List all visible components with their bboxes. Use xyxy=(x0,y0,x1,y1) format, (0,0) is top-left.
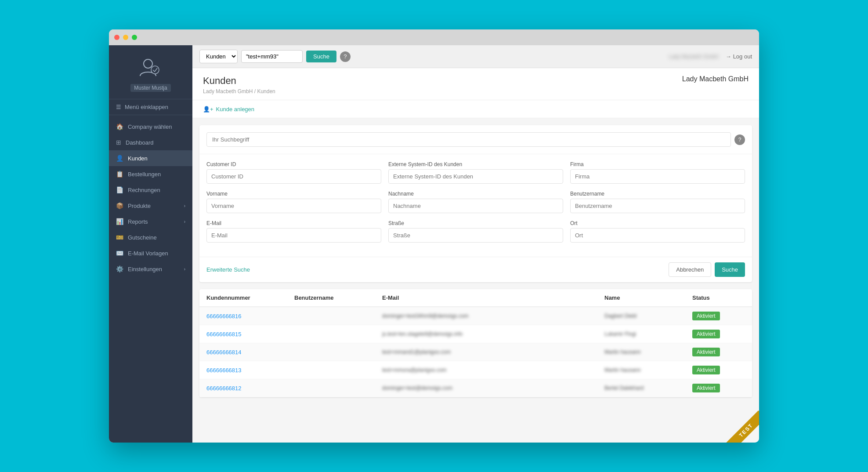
strasse-input[interactable] xyxy=(388,228,563,243)
sidebar-user-name: Muster Mustja xyxy=(130,84,170,92)
sidebar-nav: 🏠 Company wählen ⊞ Dashboard 👤 Kunden 📋 … xyxy=(109,115,192,443)
logout-label: Log out xyxy=(733,53,752,60)
logout-button[interactable]: → Log out xyxy=(726,53,752,60)
sidebar-collapse-item[interactable]: ☰ Menü einklappen xyxy=(109,99,192,115)
company-name: Lady Macbeth GmbH xyxy=(682,75,749,83)
strasse-label: Straße xyxy=(388,220,563,226)
firma-field-group: Firma xyxy=(570,161,745,184)
search-row-3: E-Mail Straße Ort xyxy=(206,220,745,243)
vouchers-icon: 🎫 xyxy=(116,234,123,241)
customer-number-link[interactable]: 66666666815 xyxy=(206,331,242,338)
sidebar-item-einstellungen[interactable]: ⚙️ Einstellungen › xyxy=(109,261,192,277)
nachname-input[interactable] xyxy=(388,199,563,213)
customer-number-link[interactable]: 66666666816 xyxy=(206,313,242,320)
customer-number-link[interactable]: 66666666812 xyxy=(206,385,242,392)
col-header-benutzername: Benutzername xyxy=(294,294,382,301)
name-cell: Dagbert Diebl xyxy=(604,313,692,319)
close-button[interactable] xyxy=(114,35,119,40)
col-header-status: Status xyxy=(692,294,745,301)
chevron-right-icon: › xyxy=(184,219,185,224)
sidebar-item-label: Dashboard xyxy=(126,139,154,146)
email-label: E-Mail xyxy=(206,220,381,226)
search-category-select[interactable]: Kunden xyxy=(199,50,238,63)
main-content: Kunden Suche ? Lady Macbeth GmbH → Log o… xyxy=(192,45,759,443)
status-badge: Aktiviert xyxy=(692,330,720,338)
name-cell: Martin hausann xyxy=(604,349,692,355)
status-badge: Aktiviert xyxy=(692,348,720,356)
email-cell: test+mmand1@planigso.com xyxy=(382,349,604,355)
email-cell: dominger+test34hm9@demoigs.com xyxy=(382,313,604,319)
sidebar-item-label: Gutscheine xyxy=(128,234,157,241)
search-help-icon[interactable]: ? xyxy=(734,134,745,145)
firma-input[interactable] xyxy=(570,169,745,184)
customer-number-link[interactable]: 66666666814 xyxy=(206,349,242,356)
breadcrumb: Lady Macbeth GmbH / Kunden xyxy=(203,88,275,94)
nachname-field-group: Nachname xyxy=(388,191,563,213)
sidebar-item-gutscheine[interactable]: 🎫 Gutscheine xyxy=(109,229,192,245)
name-cell: Martin hausann xyxy=(604,367,692,373)
email-input[interactable] xyxy=(206,228,381,243)
page-title: Kunden xyxy=(203,75,275,87)
table-row: 66666666814 test+mmand1@planigso.com Mar… xyxy=(199,343,752,361)
sidebar-item-email-vorlagen[interactable]: ✉️ E-Mail Vorlagen xyxy=(109,245,192,261)
status-badge: Aktiviert xyxy=(692,384,720,392)
sidebar-item-reports[interactable]: 📊 Reports › xyxy=(109,214,192,229)
externe-id-input[interactable] xyxy=(388,169,563,184)
cancel-button[interactable]: Abbrechen xyxy=(669,262,711,277)
sidebar-item-kunden[interactable]: 👤 Kunden xyxy=(109,150,192,166)
sidebar-user: Muster Mustja xyxy=(109,45,192,99)
sidebar-item-label: Rechnungen xyxy=(128,187,160,193)
topbar-help-icon[interactable]: ? xyxy=(340,51,351,62)
page-content: Kunden Lady Macbeth GmbH / Kunden Lady M… xyxy=(192,68,759,443)
svg-point-0 xyxy=(144,59,152,68)
invoices-icon: 📄 xyxy=(116,186,123,193)
dashboard-icon: ⊞ xyxy=(116,139,121,146)
search-row-1: Customer ID Externe System-ID des Kunden… xyxy=(206,161,745,184)
sidebar-item-produkte[interactable]: 📦 Produkte › xyxy=(109,198,192,214)
table-row: 66666666815 js.test+len.stagele9@demoigs… xyxy=(199,325,752,343)
topbar-search-button[interactable]: Suche xyxy=(306,51,336,62)
sidebar-item-label: Company wählen xyxy=(128,123,172,130)
externe-id-label: Externe System-ID des Kunden xyxy=(388,161,563,167)
sidebar-item-dashboard[interactable]: ⊞ Dashboard xyxy=(109,134,192,150)
strasse-field-group: Straße xyxy=(388,220,563,243)
topbar-company-name: Lady Macbeth GmbH xyxy=(669,54,718,60)
search-button[interactable]: Suche xyxy=(715,262,745,277)
sidebar-item-rechnungen[interactable]: 📄 Rechnungen xyxy=(109,182,192,198)
status-badge: Aktiviert xyxy=(692,312,720,320)
search-main-input[interactable] xyxy=(206,132,731,147)
create-customer-button[interactable]: 👤+ Kunde anlegen xyxy=(203,106,254,113)
search-fields: Customer ID Externe System-ID des Kunden… xyxy=(199,154,752,257)
person-icon: 👤 xyxy=(116,155,123,162)
chevron-right-icon: › xyxy=(184,203,185,208)
sidebar-item-company[interactable]: 🏠 Company wählen xyxy=(109,119,192,134)
table-row: 66666666813 test+mmora@planigso.com Mart… xyxy=(199,361,752,379)
minimize-button[interactable] xyxy=(123,35,128,40)
logout-icon: → xyxy=(726,53,731,60)
ort-input[interactable] xyxy=(570,228,745,243)
customer-id-input[interactable] xyxy=(206,169,381,184)
vorname-input[interactable] xyxy=(206,199,381,213)
status-badge: Aktiviert xyxy=(692,366,720,374)
customer-number-link[interactable]: 66666666813 xyxy=(206,367,242,374)
customer-id-field-group: Customer ID xyxy=(206,161,381,184)
search-main-row: ? xyxy=(199,125,752,154)
erweiterte-suche-link[interactable]: Erweiterte Suche xyxy=(206,266,250,273)
maximize-button[interactable] xyxy=(132,35,137,40)
settings-icon: ⚙️ xyxy=(116,265,123,272)
topbar-search-input[interactable] xyxy=(241,50,303,63)
table-row: 66666666816 dominger+test34hm9@demoigs.c… xyxy=(199,307,752,325)
chevron-right-icon: › xyxy=(184,267,185,272)
page-header: Kunden Lady Macbeth GmbH / Kunden Lady M… xyxy=(192,68,759,100)
customer-id-label: Customer ID xyxy=(206,161,381,167)
email-cell: dominger+test@demoigs.com xyxy=(382,385,604,391)
ort-label: Ort xyxy=(570,220,745,226)
ort-field-group: Ort xyxy=(570,220,745,243)
benutzername-label: Benutzername xyxy=(570,191,745,197)
benutzername-input[interactable] xyxy=(570,199,745,213)
orders-icon: 📋 xyxy=(116,171,123,178)
breadcrumb-current: Kunden xyxy=(257,88,275,94)
sidebar-item-bestellungen[interactable]: 📋 Bestellungen xyxy=(109,166,192,182)
table-row: 66666666812 dominger+test@demoigs.com Be… xyxy=(199,379,752,397)
svg-point-1 xyxy=(151,66,159,74)
